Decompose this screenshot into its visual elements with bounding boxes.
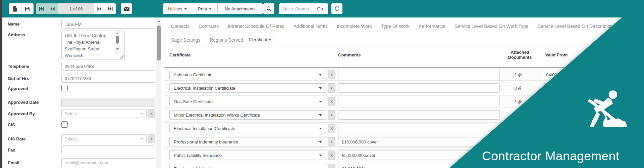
tab-performance[interactable]: Performance bbox=[419, 24, 445, 29]
new-record-button[interactable] bbox=[9, 3, 21, 14]
cis-rate-placeholder: Select... bbox=[65, 136, 141, 141]
print-label: Print bbox=[198, 6, 207, 11]
print-menu-button[interactable]: Print bbox=[196, 6, 214, 12]
tab-service-level-based-on-work-type[interactable]: Service Level Based On Work Type bbox=[454, 24, 528, 29]
certificate-select[interactable]: Professional Indemnity Insurance bbox=[169, 137, 326, 146]
certificate-value: Professional Indemnity Insurance bbox=[174, 139, 316, 144]
attached-documents-cell[interactable]: 1 bbox=[500, 70, 537, 79]
scroll-down-icon[interactable] bbox=[116, 48, 119, 50]
telephone-input[interactable] bbox=[61, 62, 155, 71]
next-record-button[interactable] bbox=[94, 3, 105, 14]
comments-input[interactable] bbox=[338, 70, 500, 79]
certificate-select[interactable]: Gas Safe Certificate bbox=[169, 97, 326, 106]
panel-scrollbar[interactable] bbox=[156, 17, 161, 168]
tab-contacts[interactable]: Contacts bbox=[171, 24, 190, 29]
approved-by-select[interactable]: Select... bbox=[61, 109, 147, 118]
table-row: Professional Indemnity Insurance x bbox=[164, 136, 585, 148]
tab-intranet-schedule-of-rates[interactable]: Intranet Schedule Of Rates bbox=[228, 24, 284, 29]
certificate-select[interactable]: Minor Electrical Installation Works Cert… bbox=[169, 110, 326, 120]
out-of-hrs-input[interactable] bbox=[61, 74, 155, 83]
attached-documents-cell[interactable]: 1 bbox=[500, 97, 537, 106]
valid-from-input[interactable] bbox=[543, 110, 585, 120]
clear-certificate-button[interactable]: x bbox=[328, 137, 335, 146]
email-input[interactable] bbox=[61, 158, 155, 167]
clear-certificate-button[interactable]: x bbox=[328, 97, 335, 106]
save-button[interactable] bbox=[21, 3, 34, 14]
attachment-count: 0 bbox=[515, 86, 517, 91]
valid-from-input[interactable] bbox=[543, 164, 585, 168]
next-record-icon bbox=[97, 7, 102, 11]
approved-date-input bbox=[61, 98, 155, 107]
tab-certificates[interactable]: Certificates bbox=[246, 33, 275, 46]
refresh-button[interactable] bbox=[331, 3, 342, 14]
certificate-value: Asbestos Certificate bbox=[174, 72, 316, 77]
envelope-icon bbox=[124, 7, 129, 11]
clear-certificate-button[interactable]: x bbox=[328, 164, 335, 168]
name-input[interactable] bbox=[61, 20, 155, 29]
clear-approved-by-button[interactable]: x bbox=[148, 109, 155, 118]
certificate-value: Minor Electrical Installation Works Cert… bbox=[174, 113, 316, 118]
clear-cis-rate-button[interactable]: x bbox=[148, 134, 155, 143]
certificate-select[interactable]: Electrical Installation Certificiate bbox=[169, 124, 326, 133]
certificate-select[interactable]: Employer Liability Insurance bbox=[169, 164, 326, 168]
tab-contracts[interactable]: Contracts bbox=[199, 24, 219, 29]
attached-documents-cell[interactable]: 0 bbox=[500, 83, 537, 93]
name-label: Name bbox=[8, 22, 19, 27]
last-record-button[interactable] bbox=[105, 3, 116, 14]
quick-search-input[interactable] bbox=[279, 6, 312, 11]
clear-certificate-button[interactable]: x bbox=[328, 83, 335, 93]
previous-record-icon bbox=[50, 7, 55, 11]
scrollbar-thumb[interactable] bbox=[116, 36, 119, 44]
scroll-up-icon[interactable] bbox=[116, 33, 119, 34]
no-attachments-button[interactable]: No Attachments bbox=[223, 6, 258, 12]
address-textarea[interactable]: Unit 9, The io Centre, The Royal Arsenal… bbox=[61, 31, 125, 59]
tab-incomplete-work[interactable]: Incomplete Work bbox=[337, 24, 372, 29]
certificate-select[interactable]: Electrical Installation Certificiate bbox=[169, 83, 326, 93]
clear-certificate-button[interactable]: x bbox=[328, 70, 335, 79]
comments-input[interactable] bbox=[338, 137, 500, 146]
clear-certificate-button[interactable]: x bbox=[328, 151, 335, 160]
approved-checkbox[interactable] bbox=[61, 85, 68, 91]
clear-certificate-button[interactable]: x bbox=[328, 110, 335, 120]
address-value: Unit 9, The io Centre, The Royal Arsenal… bbox=[65, 32, 112, 59]
scrollbar-thumb[interactable] bbox=[157, 26, 161, 60]
utilities-menu-button[interactable]: Utilities bbox=[166, 6, 189, 12]
tab-type-of-work[interactable]: Type Of Work bbox=[381, 24, 410, 29]
resize-grip[interactable] bbox=[120, 55, 124, 59]
go-button[interactable]: Go bbox=[315, 6, 325, 12]
valid-from-input[interactable] bbox=[543, 124, 585, 133]
tab-service-level-based-on-description[interactable]: Service Level Based On Description bbox=[538, 24, 613, 29]
tab-additional-notes[interactable]: Additional Notes bbox=[293, 24, 328, 29]
scroll-up-button[interactable] bbox=[156, 18, 161, 24]
clear-certificate-button[interactable]: x bbox=[328, 124, 335, 133]
previous-record-button[interactable] bbox=[47, 3, 58, 14]
comments-input[interactable] bbox=[338, 164, 500, 168]
comments-input[interactable] bbox=[338, 83, 500, 93]
comments-input[interactable] bbox=[338, 151, 500, 160]
first-record-button[interactable] bbox=[36, 3, 47, 14]
certificate-select[interactable]: Asbestos Certificate bbox=[169, 70, 326, 79]
address-scrollbar[interactable] bbox=[115, 31, 120, 54]
valid-from-input[interactable] bbox=[543, 70, 585, 79]
email-button[interactable] bbox=[121, 3, 132, 14]
tab-sage-settings[interactable]: Sage Settings bbox=[171, 37, 200, 43]
certificate-select[interactable]: Public Liability Insurance bbox=[169, 151, 326, 160]
table-row: Electrical Installation Certificiate x bbox=[164, 122, 585, 134]
valid-from-input[interactable] bbox=[543, 137, 585, 146]
tabstrip-divider bbox=[164, 46, 588, 46]
valid-from-input[interactable] bbox=[543, 83, 585, 93]
comments-input[interactable] bbox=[338, 110, 500, 120]
search-button[interactable] bbox=[263, 3, 274, 14]
valid-from-input[interactable] bbox=[543, 97, 585, 106]
tab-regions-served[interactable]: Regions Served bbox=[210, 37, 243, 43]
table-row: Minor Electrical Installation Works Cert… bbox=[164, 109, 585, 121]
comments-input[interactable] bbox=[338, 124, 500, 133]
chevron-down-icon bbox=[141, 138, 143, 140]
cis-rate-select[interactable]: Select... bbox=[61, 134, 147, 143]
fax-input[interactable] bbox=[61, 145, 155, 154]
utilities-label: Utilities bbox=[168, 6, 182, 11]
comments-input[interactable] bbox=[338, 97, 500, 106]
cis-checkbox[interactable] bbox=[61, 121, 68, 128]
attachment-count: 1 bbox=[515, 99, 517, 104]
chevron-down-icon bbox=[319, 114, 322, 116]
